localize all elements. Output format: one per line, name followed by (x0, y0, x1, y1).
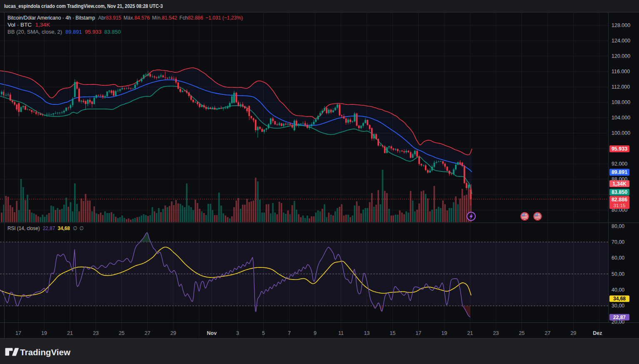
svg-text:Vol · BTC1,34K: Vol · BTC1,34K (7, 22, 50, 28)
svg-text:82.886: 82.886 (612, 197, 627, 203)
svg-text:21: 21 (467, 330, 473, 336)
svg-text:60,00: 60,00 (612, 255, 624, 261)
svg-text:34,68: 34,68 (613, 296, 626, 302)
svg-text:13: 13 (364, 330, 369, 336)
svg-text:15: 15 (389, 330, 395, 336)
svg-text:31:15: 31:15 (614, 203, 626, 208)
svg-text:23: 23 (493, 330, 499, 336)
svg-text:3: 3 (236, 330, 239, 336)
svg-text:124.000: 124.000 (612, 38, 630, 44)
svg-text:17: 17 (415, 330, 421, 336)
svg-text:1,34K: 1,34K (612, 181, 626, 187)
svg-text:9: 9 (314, 330, 317, 336)
svg-text:83.850: 83.850 (612, 189, 627, 195)
svg-text:29: 29 (570, 330, 576, 336)
svg-text:108.000: 108.000 (612, 99, 630, 105)
svg-text:128.000: 128.000 (612, 22, 630, 28)
svg-text:70,00: 70,00 (612, 239, 624, 245)
svg-text:100.000: 100.000 (612, 130, 630, 136)
svg-text:50,00: 50,00 (612, 271, 624, 277)
svg-text:Bitcoin/Dólar Americano · 4h ·: Bitcoin/Dólar Americano · 4h · BitstampA… (7, 15, 243, 21)
svg-text:7: 7 (288, 330, 291, 336)
svg-text:11: 11 (338, 330, 344, 336)
svg-text:30,00: 30,00 (612, 303, 624, 309)
svg-text:40,00: 40,00 (612, 287, 624, 293)
svg-text:TradingView: TradingView (20, 348, 70, 357)
svg-text:21: 21 (67, 330, 73, 336)
svg-text:27: 27 (544, 330, 550, 336)
svg-text:95.933: 95.933 (612, 146, 627, 152)
svg-text:120.000: 120.000 (612, 53, 630, 59)
svg-text:80,00: 80,00 (612, 223, 624, 229)
svg-text:104.000: 104.000 (612, 115, 630, 121)
svg-text:Nov: Nov (207, 330, 217, 336)
svg-text:22,87: 22,87 (613, 314, 626, 320)
svg-text:27: 27 (145, 330, 150, 336)
svg-text:Dez: Dez (593, 330, 602, 336)
svg-text:19: 19 (41, 330, 47, 336)
svg-text:89.891: 89.891 (612, 169, 627, 175)
svg-text:17: 17 (15, 330, 21, 336)
svg-text:112.000: 112.000 (612, 84, 630, 90)
svg-text:25: 25 (119, 330, 125, 336)
svg-text:92.000: 92.000 (612, 161, 627, 167)
svg-text:23: 23 (93, 330, 99, 336)
svg-text:19: 19 (441, 330, 447, 336)
svg-text:25: 25 (519, 330, 524, 336)
svg-text:5: 5 (262, 330, 265, 336)
svg-text:116.000: 116.000 (612, 69, 630, 74)
svg-text:lucas_espindola criado com Tra: lucas_espindola criado com TradingView.c… (4, 3, 163, 9)
svg-text:29: 29 (170, 330, 176, 336)
